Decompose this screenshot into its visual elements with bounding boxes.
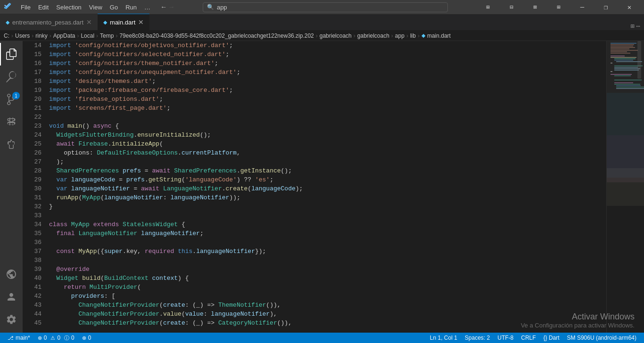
code-line-30: var languageNotifier = await LanguageNot… — [49, 184, 606, 193]
nav-forward-icon[interactable]: → — [169, 3, 173, 11]
activity-run-debug[interactable] — [0, 111, 23, 133]
breadcrumb-file-icon: ◆ — [421, 33, 425, 39]
status-device[interactable]: SM S906U (android-arm64) — [563, 333, 640, 343]
warning2-count: 0 — [88, 335, 91, 341]
code-editor[interactable]: import 'config/notifiers/objetivos_notif… — [45, 41, 606, 333]
breadcrumb-gabrielcoach1[interactable]: gabrielcoach — [320, 33, 352, 39]
line-numbers: 14 15 16 17 18 19 20 21 22 23 24 25 26 2… — [23, 41, 45, 333]
menu-run[interactable]: Run — [122, 0, 140, 14]
status-bar: ⎇ main* ⊗ 0 ⚠ 0 ⓘ 0 ⊗ 0 Ln 1, Col 1 Spac… — [0, 333, 644, 343]
minimize-button[interactable]: — — [571, 0, 593, 14]
status-line-ending[interactable]: CRLF — [517, 333, 539, 343]
code-line-33 — [49, 211, 606, 220]
breadcrumb-local[interactable]: Local — [81, 33, 94, 39]
tab-label: entrenamiento_pesas.dart — [12, 19, 83, 26]
activity-extensions[interactable] — [0, 133, 23, 156]
tab-main[interactable]: ◆ main.dart ✕ — [98, 14, 149, 30]
code-line-16: import 'config/notifiers/theme_notifier.… — [49, 59, 606, 68]
activity-account[interactable] — [0, 286, 23, 308]
code-line-45: ChangeNotifierProvider(create: (_) => Ca… — [49, 318, 606, 327]
activity-settings[interactable] — [0, 308, 23, 331]
code-line-43: ChangeNotifierProvider(create: (_) => Th… — [49, 301, 606, 310]
tab-close-icon[interactable]: ✕ — [138, 18, 144, 26]
menu-bar: File Edit Selection View Go Run … — [17, 0, 154, 14]
status-position[interactable]: Ln 1, Col 1 — [426, 333, 461, 343]
breadcrumb-c[interactable]: C: — [4, 33, 9, 39]
code-line-28: SharedPreferences prefs = await SharedPr… — [49, 166, 606, 175]
spaces-text: Spaces: 2 — [465, 335, 490, 341]
code-line-39: @override — [49, 265, 606, 274]
tab-entrenamiento[interactable]: ◆ entrenamiento_pesas.dart ✕ — [0, 14, 98, 30]
activity-explorer[interactable] — [0, 43, 23, 65]
code-line-21: import 'screens/first_page.dart'; — [49, 104, 606, 113]
code-line-44: ChangeNotifierProvider.value(value: lang… — [49, 310, 606, 318]
status-branch[interactable]: ⎇ main* — [4, 333, 34, 343]
menu-edit[interactable]: Edit — [34, 0, 52, 14]
activity-bar: 1 — [0, 41, 23, 333]
breadcrumb-rinky[interactable]: rinky — [35, 33, 47, 39]
code-line-31: runApp(MyApp(languageNotifier: languageN… — [49, 193, 606, 202]
title-bar-right: ⊞ ⊟ ⊠ ⊞ — ❐ ✕ — [477, 0, 640, 14]
menu-more[interactable]: … — [140, 0, 154, 14]
source-control-badge: 1 — [12, 92, 20, 99]
branch-icon: ⎇ — [8, 335, 14, 341]
restore-button[interactable]: ❐ — [595, 0, 617, 14]
status-warnings2[interactable]: ⊗ 0 — [78, 333, 95, 343]
search-input[interactable] — [217, 4, 444, 11]
menu-view[interactable]: View — [85, 0, 106, 14]
activity-remote[interactable] — [0, 263, 23, 286]
warning-icon: ⚠ — [50, 335, 55, 341]
code-line-38 — [49, 256, 606, 265]
error-count: 0 — [44, 335, 47, 341]
breadcrumb-zip[interactable]: 79ee8c08-ba20-4038-9d55-842f8cc0c202_gab… — [119, 33, 314, 39]
search-icon: 🔍 — [207, 4, 214, 11]
status-encoding[interactable]: UTF-8 — [494, 333, 517, 343]
nav-back-icon[interactable]: ← — [162, 3, 165, 11]
minimap — [606, 41, 644, 333]
breadcrumb-main-dart[interactable]: main.dart — [427, 33, 451, 39]
activity-search[interactable] — [0, 65, 23, 88]
code-line-25: await Firebase.initializeApp( — [49, 139, 606, 148]
breadcrumb-gabrielcoach2[interactable]: gabrielcoach — [357, 33, 389, 39]
layout-icon[interactable]: ⊞ — [477, 0, 499, 14]
tab-close-icon[interactable]: ✕ — [86, 18, 92, 26]
editor-area: 14 15 16 17 18 19 20 21 22 23 24 25 26 2… — [23, 41, 644, 333]
breadcrumb-appdata[interactable]: AppData — [53, 33, 75, 39]
dart-icon: ◆ — [6, 19, 9, 25]
code-line-15: import 'config/notifiers/selected_notifi… — [49, 50, 606, 59]
activity-bar-bottom — [0, 263, 23, 333]
breadcrumb: C: › Users › rinky › AppData › Local › T… — [0, 31, 644, 41]
menu-file[interactable]: File — [17, 0, 34, 14]
vscode-logo-icon — [4, 2, 11, 12]
error-icon: ⊗ — [38, 335, 42, 341]
menu-selection[interactable]: Selection — [52, 0, 85, 14]
title-bar: File Edit Selection View Go Run … ← → 🔍 … — [0, 0, 644, 14]
status-language[interactable]: {} Dart — [540, 333, 563, 343]
activity-source-control[interactable]: 1 — [0, 88, 23, 111]
more-actions-icon[interactable]: ⋯ — [636, 22, 640, 30]
branch-name: main* — [16, 335, 30, 341]
info-icon: ⓘ — [64, 335, 69, 342]
code-line-32: } — [49, 202, 606, 211]
code-line-27: ); — [49, 157, 606, 166]
breadcrumb-users[interactable]: Users — [15, 33, 30, 39]
encoding-text: UTF-8 — [497, 335, 513, 341]
code-line-36 — [49, 238, 606, 247]
layout-panel-icon[interactable]: ⊠ — [524, 0, 546, 14]
tab-label: main.dart — [110, 19, 135, 26]
split-editor-icon[interactable]: ⊞ — [630, 22, 634, 30]
info-count: 0 — [71, 335, 74, 341]
status-errors[interactable]: ⊗ 0 ⚠ 0 ⓘ 0 — [34, 333, 78, 343]
menu-go[interactable]: Go — [106, 0, 122, 14]
breadcrumb-lib[interactable]: lib — [410, 33, 416, 39]
layout-sidebar-icon[interactable]: ⊟ — [501, 0, 522, 14]
breadcrumb-app[interactable]: app — [395, 33, 405, 39]
layout-grid-icon[interactable]: ⊞ — [548, 0, 570, 14]
code-line-19: import 'package:firebase_core/firebase_c… — [49, 86, 606, 95]
breadcrumb-temp[interactable]: Temp — [100, 33, 114, 39]
search-wrapper: 🔍 — [203, 2, 448, 12]
position-text: Ln 1, Col 1 — [430, 335, 457, 341]
code-line-26: options: DefaultFirebaseOptions.currentP… — [49, 148, 606, 157]
close-button[interactable]: ✕ — [619, 0, 640, 14]
status-spaces[interactable]: Spaces: 2 — [461, 333, 494, 343]
